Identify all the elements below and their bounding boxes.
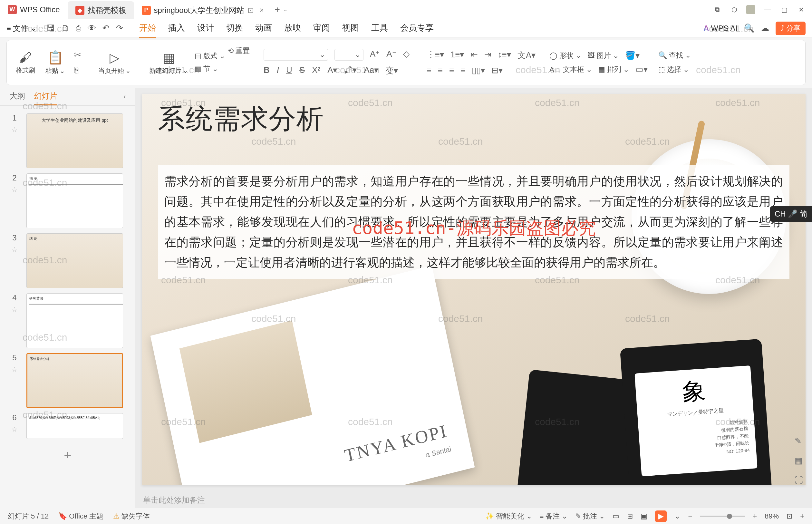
columns-icon[interactable]: ▯▯▾ [472,65,485,76]
tab-member[interactable]: 会员专享 [400,18,434,38]
outline-tab[interactable]: 大纲 [10,88,25,105]
font-family-select[interactable]: ⌄ [264,49,328,61]
avatar-icon[interactable] [746,5,755,14]
missing-font-indicator[interactable]: ⚠缺失字体 [113,511,150,521]
normal-view-icon[interactable]: ▭ [613,512,619,521]
star-icon[interactable]: ☆ [11,425,18,434]
tab-transition[interactable]: 切换 [226,18,243,38]
font-color-icon[interactable]: A▾ [327,65,337,76]
edge-layers-icon[interactable]: ▦ [795,456,803,466]
tab-tools[interactable]: 工具 [371,18,388,38]
highlight-icon[interactable]: 🖍▾ [344,65,357,76]
thumbnail-4[interactable]: 4☆ 研究背景▬▬▬▬▬▬▬▬▬▬▬▬▬▬▬▬▬▬▬▬▬▬▬▬▬▬▬▬▬▬▬▬▬… [0,291,135,350]
template-tab[interactable]: ◆ 找稻壳模板 [68,1,134,19]
cloud-upload-icon[interactable]: ☁ [761,23,769,33]
layout-button[interactable]: ▤版式⌄ [195,51,225,61]
superscript-icon[interactable]: X² [312,65,320,76]
cut-icon[interactable]: ✂ [74,50,81,60]
theme-indicator[interactable]: 🔖Office 主题 [58,511,103,521]
bullets-icon[interactable]: ⋮≡▾ [427,50,444,61]
fill-color-icon[interactable]: 🪣▾ [625,51,640,61]
app-name-tab[interactable]: W WPS Office [0,0,68,19]
sorter-view-icon[interactable]: ⊞ [627,512,633,521]
fit-view-button[interactable]: ⊡ [786,512,792,521]
line-spacing-icon[interactable]: ↕≡▾ [498,50,511,61]
underline-icon[interactable]: U [286,65,292,76]
thumbnail-6[interactable]: 6☆ &#x6570;&#x636E;&#x5E93;&#x8BBE;&#x8B… [0,411,135,442]
preview-icon[interactable]: 👁 [88,23,96,33]
strike-icon[interactable]: S [299,65,305,76]
collapse-panel-button[interactable]: ‹ [123,93,126,101]
zoom-level[interactable]: 89% [765,512,779,521]
slide-heading[interactable]: 系统需求分析 [158,100,324,137]
zoom-out-button[interactable]: − [688,512,692,521]
star-icon[interactable]: ☆ [11,126,18,134]
paste-group[interactable]: 📋 粘贴⌄ [42,50,69,75]
add-slide-button[interactable]: + [0,442,135,469]
tab-dropdown-button[interactable]: ⌄ [283,6,287,13]
save-icon[interactable]: 🖫 [46,23,55,33]
layout-icon[interactable]: ⧉ [713,5,722,14]
text-direction-icon[interactable]: 文A▾ [517,50,535,61]
textbox-button[interactable]: A▭文本框⌄ [549,64,592,75]
star-icon[interactable]: ☆ [11,365,18,374]
file-menu[interactable]: ≡ 文件 ⌄ [6,23,37,33]
print-icon[interactable]: ⎙ [76,23,81,33]
share-button[interactable]: ⤴ 分享 [776,21,806,35]
align-center-icon[interactable]: ≡ [438,65,443,76]
zoom-slider[interactable] [700,515,745,517]
arrange-button[interactable]: ▦排列⌄ [598,64,629,75]
tab-view[interactable]: 视图 [342,18,359,38]
thumbnail-5[interactable]: 5☆ 系统需求分析 [0,350,135,411]
pictures-button[interactable]: 🖼图片⌄ [588,51,619,61]
edge-expand-icon[interactable]: ⛶ [795,475,803,485]
find-button[interactable]: 🔍查找⌄ [658,51,691,60]
search-icon[interactable]: 🔍 [744,23,754,33]
close-window-button[interactable]: ✕ [797,5,806,14]
tab-start[interactable]: 开始 [139,18,156,38]
wps-ai-button[interactable]: A WPS AI [703,24,738,33]
select-button[interactable]: ⬚选择⌄ [658,65,691,75]
star-icon[interactable]: ☆ [11,306,18,314]
slideshow-button[interactable]: ▶ [655,510,667,522]
indent-left-icon[interactable]: ⇤ [471,50,478,61]
slide-counter[interactable]: 幻灯片 5 / 12 [8,511,49,521]
vertical-align-icon[interactable]: ⊟▾ [492,65,503,76]
thumbnail-3[interactable]: 3☆ 绪 论 [0,231,135,291]
from-current-group[interactable]: ▷ 当页开始⌄ [95,50,135,75]
zoom-in-button[interactable]: + [753,512,757,521]
section-button[interactable]: ▥节⌄ [195,64,225,74]
text-effect-icon[interactable]: 变▾ [385,65,398,76]
comments-toggle[interactable]: ✎批注⌄ [575,511,605,521]
redo-icon[interactable]: ↷ [116,23,123,33]
outline-color-icon[interactable]: ▭▾ [635,64,648,75]
reset-button[interactable]: ⟲重置 [228,46,250,56]
new-icon[interactable]: 🗋 [61,23,70,33]
document-tab[interactable]: P springboot大学生创业网站 ⊡ × [134,1,272,19]
notes-toggle[interactable]: ≡备注⌄ [540,511,568,521]
tab-insert[interactable]: 插入 [168,18,185,38]
slideshow-dropdown[interactable]: ⌄ [675,512,680,521]
decrease-font-icon[interactable]: A⁻ [386,49,396,61]
ime-indicator[interactable]: CH 🎤 简 [770,206,812,222]
thumbnail-2[interactable]: 2☆ 摘 要▬▬▬▬▬▬▬▬▬▬▬▬▬▬▬▬▬▬▬▬▬▬▬▬▬▬▬▬▬▬▬▬▬▬… [0,171,135,231]
undo-icon[interactable]: ↶ [102,23,110,33]
tab-animation[interactable]: 动画 [255,18,272,38]
star-icon[interactable]: ☆ [11,186,18,194]
more-button[interactable]: + [800,512,804,521]
star-icon[interactable]: ☆ [11,246,18,254]
beautify-button[interactable]: ✨智能美化⌄ [485,511,532,521]
align-left-icon[interactable]: ≡ [427,65,431,76]
tab-slideshow[interactable]: 放映 [284,18,301,38]
align-right-icon[interactable]: ≡ [449,65,454,76]
clear-format-icon[interactable]: ◇ [403,49,410,61]
align-justify-icon[interactable]: ≡ [461,65,465,76]
close-tab-button[interactable]: × [260,6,264,15]
change-case-icon[interactable]: Aa▾ [364,65,378,76]
edge-pencil-icon[interactable]: ✎ [795,436,803,446]
numbering-icon[interactable]: 1≡▾ [450,50,464,61]
tab-design[interactable]: 设计 [197,18,214,38]
shapes-button[interactable]: ◯形状⌄ [549,51,581,61]
indent-right-icon[interactable]: ⇥ [484,50,492,61]
thumbnails-list[interactable]: 1☆ 大学生创业网站的建设及应用 ppt 2☆ 摘 要▬▬▬▬▬▬▬▬▬▬▬▬▬… [0,106,135,508]
